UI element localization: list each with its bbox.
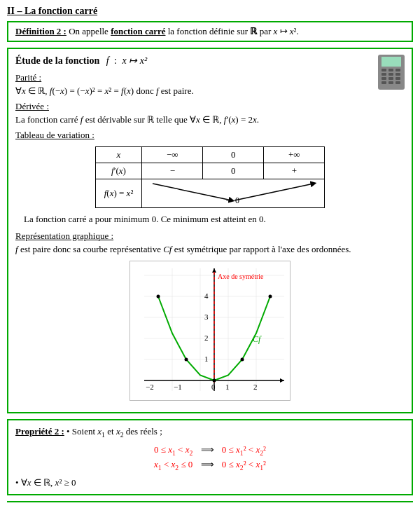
svg-text:0: 0 — [211, 383, 216, 391]
property-box: Propriété 2 : • Soient x1 et x2 des réel… — [7, 419, 413, 495]
graphique-title: Représentation graphique : — [15, 231, 405, 242]
variation-table: x −∞ 0 +∞ f′(x) − 0 + f(x) = x² — [95, 146, 326, 208]
derivative-title: Dérivée : — [15, 101, 405, 112]
minimum-text: La fonction carré a pour minimum 0. Ce m… — [24, 214, 405, 225]
svg-text:1: 1 — [225, 383, 230, 391]
study-header: Étude de la fonction f : x ↦ x² — [15, 55, 405, 67]
study-box: Étude de la fonction f : x ↦ x² Parité :… — [7, 48, 413, 413]
parity-content: ∀x ∈ ℝ, f(−x) = (−x)² = x² = f(x) donc f… — [15, 85, 405, 97]
svg-text:→ 0: → 0 — [225, 195, 239, 205]
definition-text2: la fonction définie sur ℝ par x ↦ x². — [168, 26, 299, 36]
graphique-section: Représentation graphique : f est paire d… — [15, 231, 405, 401]
svg-point-31 — [241, 358, 244, 362]
definition-text1: On appelle — [69, 26, 111, 36]
svg-point-30 — [213, 379, 216, 383]
parity-section: Parité : ∀x ∈ ℝ, f(−x) = (−x)² = x² = f(… — [15, 72, 405, 97]
svg-text:−1: −1 — [174, 383, 182, 391]
svg-line-0 — [153, 184, 232, 200]
svg-text:3: 3 — [204, 313, 209, 321]
property-formula2: x1 < x2 ≤ 0 ⟹ 0 ≤ x2² < x1² — [154, 459, 266, 472]
definition-bold: fonction carré — [111, 26, 165, 36]
property-header: Propriété 2 : • Soient x1 et x2 des réel… — [15, 426, 405, 439]
svg-text:2: 2 — [204, 334, 209, 342]
property-label: Propriété 2 : — [15, 426, 64, 437]
svg-text:Cf: Cf — [253, 334, 262, 344]
variation-title: Tableau de variation : — [15, 130, 405, 141]
svg-point-28 — [157, 295, 160, 298]
svg-text:2: 2 — [253, 383, 258, 391]
parity-title: Parité : — [15, 72, 405, 83]
derivative-section: Dérivée : La fonction carré f est dériva… — [15, 101, 405, 125]
page: II – La fonction carré Définition 2 : On… — [0, 0, 420, 508]
demonstration-box: Démonstration : Elle découle directement… — [7, 501, 413, 508]
calculator-icon — [378, 55, 405, 90]
variation-table-container: x −∞ 0 +∞ f′(x) − 0 + f(x) = x² — [15, 146, 405, 208]
svg-point-29 — [185, 358, 188, 362]
property-bullet2: • ∀x ∈ ℝ, x² ≥ 0 — [15, 477, 405, 488]
svg-point-32 — [269, 295, 272, 298]
graphique-content: f est paire donc sa courbe représentativ… — [15, 244, 405, 255]
property-formula1: 0 ≤ x1 < x2 ⟹ 0 ≤ x1² < x2² — [154, 444, 266, 457]
parabola-graph: −2 −1 0 1 2 1 2 3 4 Axe de symétrie — [130, 261, 290, 401]
svg-text:Axe de symétrie: Axe de symétrie — [218, 273, 264, 280]
property-formulas: 0 ≤ x1 < x2 ⟹ 0 ≤ x1² < x2² x1 < x2 ≤ 0 … — [15, 443, 405, 473]
svg-text:1: 1 — [204, 355, 209, 363]
variation-section: Tableau de variation : x −∞ 0 +∞ f′(x) −… — [15, 130, 405, 208]
definition-label: Définition 2 : — [15, 26, 66, 36]
section-title: II – La fonction carré — [7, 6, 413, 17]
variation-arrows-svg: → 0 — [142, 179, 324, 205]
graph-container: −2 −1 0 1 2 1 2 3 4 Axe de symétrie — [15, 261, 405, 401]
svg-text:−2: −2 — [146, 383, 154, 391]
definition-box: Définition 2 : On appelle fonction carré… — [7, 21, 413, 42]
svg-marker-15 — [280, 378, 284, 383]
property-intro: • Soient x1 et x2 des réels ; — [66, 426, 162, 437]
svg-line-1 — [234, 184, 314, 200]
derivative-content: La fonction carré f est dérivable sur ℝ … — [15, 114, 405, 125]
svg-text:4: 4 — [204, 291, 209, 300]
